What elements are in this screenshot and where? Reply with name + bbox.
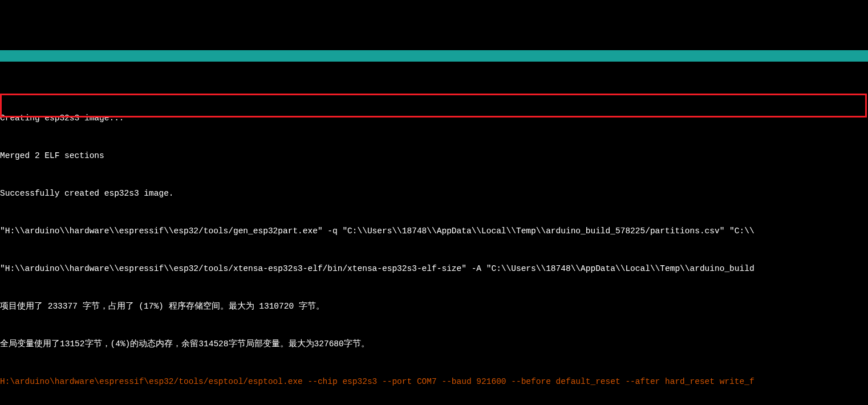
console-line: "H:\\arduino\\hardware\\espressif\\esp32…: [0, 225, 868, 237]
console-output[interactable]: Creating esp32s3 image... Merged 2 ELF s…: [0, 87, 868, 405]
console-line: H:\arduino\hardware\espressif\esp32/tool…: [0, 375, 868, 388]
status-text: 上传成功。: [7, 63, 42, 71]
status-bar: 上传成功。: [0, 50, 868, 62]
console-line: Successfully created esp32s3 image.: [0, 187, 868, 200]
console-line: "H:\\arduino\\hardware\\espressif\\esp32…: [0, 262, 868, 275]
console-line: 项目使用了 233377 字节，占用了 (17%) 程序存储空间。最大为 131…: [0, 300, 868, 313]
console-line: Merged 2 ELF sections: [0, 149, 868, 162]
console-line: 全局变量使用了13152字节，(4%)的动态内存，余留314528字节局部变量。…: [0, 338, 868, 350]
console-line: Creating esp32s3 image...: [0, 112, 868, 124]
